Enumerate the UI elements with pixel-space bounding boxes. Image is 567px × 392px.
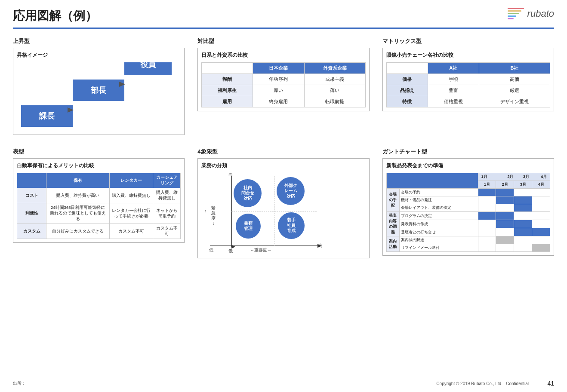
data-cost-rental: 購入費、維持費無し [110, 188, 153, 203]
gantt-task-program: プログラムの決定 [399, 212, 478, 220]
gantt-e1-1 [478, 236, 496, 244]
data-cost-carshare: 購入費、維持費無し [153, 188, 181, 203]
svg-marker-1 [119, 82, 125, 87]
gantt-m3: 3月 [514, 181, 532, 189]
contrast-label-koyo: 雇用 [202, 96, 253, 107]
main-content: 上昇型 昇格イメージ 課長 部長 役員 [0, 29, 567, 267]
gantt-row-remind: リマインドメール送付 [386, 244, 550, 252]
contrast-section: 対比型 日系と外資系の比較 日本企業 外資系企業 報酬 年功序列 成果主義 [197, 37, 369, 135]
data-custom-rental: カスタム不可 [110, 224, 153, 239]
data-th-rental: レンタカー [110, 173, 153, 188]
svg-text:急: 急 [211, 211, 216, 215]
data-row-custom: カスタム 自分好みにカスタムできる カスタム不可 カスタム不可 [17, 224, 181, 239]
svg-text:←重要度→: ←重要度→ [250, 248, 271, 252]
gantt-section: ガントチャート型 新製品発表会までの準備 1月 2月 3月 4月 [382, 148, 554, 258]
gantt-d1-3 [514, 212, 532, 220]
data-custom-hoyu: 自分好みにカスタムできる [46, 224, 110, 239]
matrix-label-kakaku: 価格 [386, 74, 428, 85]
gantt-th-empty [386, 173, 478, 189]
gantt-task-layout: 会場レイアウト、装備の決定 [399, 204, 478, 212]
matrix-table: A社 B社 価格 手頃 高価 品揃え 豊富 厳選 [386, 62, 550, 107]
matrix-box: 眼鏡小売チェーン各社の比較 A社 B社 価格 手頃 高価 [382, 48, 554, 111]
q-circle-2: 外部クレーム対応 [277, 177, 305, 205]
data-row-riben: 利便性 24時間365日利用可能気軽に乗れるので趣味としても使える レンタカー会… [17, 203, 181, 224]
gantt-c3-1 [478, 204, 496, 212]
contrast-th-nihon: 日本企業 [253, 63, 304, 74]
gantt-label: ガントチャート型 [382, 148, 554, 156]
data-table: 保有 レンタカー カーシェアリング コスト 購入費、維持費が高い 購入費、維持費… [17, 173, 181, 239]
data-label-custom: カスタム [17, 224, 46, 239]
contrast-hoshu-j: 年功序列 [253, 74, 304, 85]
step-bucho: 部長 [73, 80, 124, 101]
gantt-e1-4 [532, 236, 550, 244]
svg-text:高: 高 [228, 173, 233, 176]
gantt-c2-4 [532, 196, 550, 204]
gantt-c2-3 [514, 196, 532, 204]
quadrant-label: 4象限型 [197, 148, 369, 156]
matrix-kakaku-b: 高価 [479, 74, 550, 85]
rising-box-title: 昇格イメージ [17, 52, 181, 59]
gantt-task-remind: リマインドメール送付 [399, 244, 478, 252]
matrix-th-b: B社 [479, 63, 550, 74]
gantt-d1-1 [478, 212, 496, 220]
data-th-carshare: カーシェアリング [153, 173, 181, 188]
contrast-th-empty [202, 63, 253, 74]
gantt-e2-2 [496, 244, 514, 252]
gantt-task-bihin: 機材・備品の発注 [399, 196, 478, 204]
matrix-box-title: 眼鏡小売チェーン各社の比較 [386, 52, 550, 59]
gantt-row-program: 発表内容の調整 プログラムの決定 [386, 212, 550, 220]
logo-text: rubato [527, 8, 554, 19]
logo-line-2 [508, 10, 521, 12]
logo-area: rubato [508, 8, 554, 19]
contrast-th-gaishi: 外資系企業 [304, 63, 365, 74]
svg-text:高: 高 [318, 243, 323, 248]
arrow-1 [68, 107, 76, 115]
gantt-c1-4 [532, 189, 550, 196]
matrix-tokucho-b: デザイン重視 [479, 96, 550, 107]
svg-text:↑: ↑ [205, 208, 207, 213]
gantt-c2-1 [478, 196, 496, 204]
contrast-box-title: 日系と外資系の比較 [201, 52, 365, 59]
contrast-row-2: 福利厚生 厚い 薄い [202, 85, 365, 96]
table-label: 表型 [13, 148, 185, 156]
matrix-kakaku-a: 手頃 [428, 74, 479, 85]
rising-box: 昇格イメージ 課長 部長 役員 [13, 48, 185, 135]
gantt-box: 新製品発表会までの準備 1月 2月 3月 4月 1月 2月 [382, 158, 554, 256]
svg-text:緊: 緊 [211, 205, 216, 210]
data-custom-carshare: カスタム不可 [153, 224, 181, 239]
matrix-th-empty [386, 63, 428, 74]
q-circle-3: 書類管理 [236, 214, 261, 239]
matrix-tokucho-a: 価格重視 [428, 96, 479, 107]
gantt-d2-4 [532, 220, 550, 228]
gantt-c1-1 [478, 189, 496, 196]
quadrant-diagram: 高 低 ↑ 緊 急 度 ↓ 低 ←重要度→ 高 社内問合せ対応 外部クレーム対応 [201, 173, 365, 254]
contrast-table: 日本企業 外資系企業 報酬 年功序列 成果主義 福利厚生 厚い 薄い [201, 62, 365, 107]
contrast-fukuri-g: 薄い [304, 85, 365, 96]
matrix-label-shiroa: 品揃え [386, 85, 428, 96]
page-number: 41 [547, 380, 554, 387]
matrix-row-2: 品揃え 豊富 厳選 [386, 85, 550, 96]
table-section: 表型 自動車保有によるメリットの比較 保有 レンタカー カーシェアリング コスト… [13, 148, 185, 258]
logo-line-4 [508, 15, 516, 17]
contrast-row-3: 雇用 終身雇用 転職前提 [202, 96, 365, 107]
gantt-month-header: 1月 2月 3月 4月 [478, 173, 550, 181]
gantt-e2-4 [532, 244, 550, 252]
q-circle-4: 若手社員育成 [278, 212, 305, 239]
arrow-2 [119, 81, 128, 89]
gantt-row-kaijo-yoyaku: 会場の手配 会場の予約 [386, 189, 550, 196]
gantt-e2-3 [514, 244, 532, 252]
logo-lines [508, 8, 524, 19]
gantt-group-kaijo: 会場の手配 [386, 189, 399, 212]
gantt-c3-3 [514, 204, 532, 212]
contrast-koyo-g: 転職前提 [304, 96, 365, 107]
gantt-d2-3 [514, 220, 532, 228]
rising-section: 上昇型 昇格イメージ 課長 部長 役員 [13, 37, 185, 135]
quadrant-box-title: 業務の分類 [201, 162, 365, 169]
header: 応用図解（例） rubato [0, 0, 567, 24]
step-yakuin: 役員 [124, 62, 172, 75]
gantt-d1-2 [496, 212, 514, 220]
contrast-label-fukuri: 福利厚生 [202, 85, 253, 96]
gantt-c1-3 [514, 189, 532, 196]
contrast-fukuri-j: 厚い [253, 85, 304, 96]
contrast-row-1: 報酬 年功序列 成果主義 [202, 74, 365, 85]
